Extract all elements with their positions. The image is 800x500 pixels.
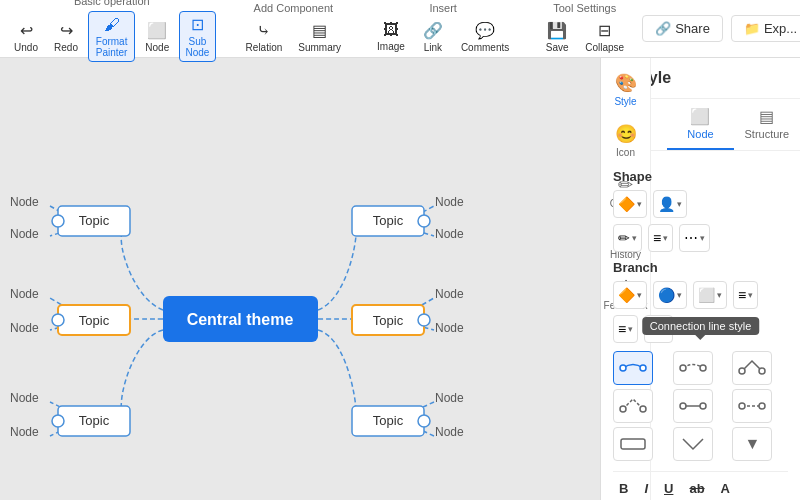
branch-list-icon: ≡ [738,287,746,303]
branch-dashed-btn[interactable]: ≡ ▾ [613,315,638,343]
comments-icon: 💬 [475,21,495,40]
basic-operation-buttons: ↩ Undo ↪ Redo 🖌 Format Painter ⬜ Node ⊡ … [8,11,216,62]
svg-point-26 [680,365,686,371]
branch-list-btn[interactable]: ≡ ▾ [733,281,758,309]
svg-point-33 [700,403,706,409]
underline-button[interactable]: U [658,478,679,499]
branch-dashed-icon: ≡ [618,321,626,337]
relation-button[interactable]: ⤷ Relation [240,18,289,56]
shape-row-1: 🔶 ▾ 👤 ▾ [613,190,788,218]
person-icon: 👤 [658,196,675,212]
format-painter-icon: 🖌 [104,16,120,34]
branch-row-1: 🔶 ▾ 🔵 ▾ ⬜ ▾ ≡ ▾ [613,281,788,309]
tool-settings-buttons: 💾 Save ⊟ Collapse [539,18,630,56]
link-button[interactable]: 🔗 Link [415,18,451,56]
branch-rect-btn[interactable]: ⬜ ▾ [693,281,727,309]
svg-point-30 [620,406,626,412]
svg-point-31 [640,406,646,412]
conn-btn-4[interactable] [613,389,653,423]
conn-btn-8[interactable] [673,427,713,461]
svg-text:Topic: Topic [79,313,110,328]
fill-icon: 🔶 [618,196,635,212]
conn-btn-7[interactable] [613,427,653,461]
share-button[interactable]: 🔗 Share [642,15,723,42]
connection-tooltip: Connection line style [642,317,760,335]
add-component-section: Add Component ⤷ Relation ▤ Summary [240,2,348,56]
save-button[interactable]: 💾 Save [539,18,575,56]
conn-btn-5[interactable] [673,389,713,423]
bold-button[interactable]: B [613,478,634,499]
shape-pen-btn[interactable]: ✏ ▾ [613,224,642,252]
svg-text:Node: Node [435,287,464,301]
insert-label: Insert [429,2,457,14]
central-text: Central theme [187,311,294,328]
conn-btn-3[interactable] [732,351,772,385]
conn-line-tl [121,226,163,310]
conn-btn-2[interactable] [673,351,713,385]
conn-btn-6[interactable] [732,389,772,423]
add-component-buttons: ⤷ Relation ▤ Summary [240,18,348,56]
svg-text:Node: Node [435,227,464,241]
svg-text:Topic: Topic [373,313,404,328]
branch-color-arrow: ▾ [677,290,682,300]
link-icon: 🔗 [423,21,443,40]
shape-person-btn[interactable]: 👤 ▾ [653,190,687,218]
shape-dots-btn[interactable]: ⋯ ▾ [679,224,710,252]
svg-text:Node: Node [10,195,39,209]
collapse-icon: ⊟ [598,21,611,40]
redo-icon: ↪ [60,21,73,40]
svg-rect-36 [621,439,645,449]
svg-text:Node: Node [10,287,39,301]
branch-fill-btn[interactable]: 🔶 ▾ [613,281,647,309]
collapse-button[interactable]: ⊟ Collapse [579,18,630,56]
conn-btn-arrow[interactable]: ▼ [732,427,772,461]
format-painter-button[interactable]: 🖌 Format Painter [88,11,135,62]
svg-text:Topic: Topic [79,413,110,428]
dots-arrow: ▾ [700,233,705,243]
shape-section-title: Shape [613,169,788,184]
svg-point-34 [739,403,745,409]
svg-text:Node: Node [435,195,464,209]
pen-icon: ✏ [618,230,630,246]
svg-point-0 [52,215,64,227]
svg-point-32 [680,403,686,409]
branch-color-btn[interactable]: 🔵 ▾ [653,281,687,309]
style-panel: » Style 👕 Theme ⬜ Node ▤ Structure 🎨 [600,58,800,500]
svg-point-29 [759,368,765,374]
pen-arrow: ▾ [632,233,637,243]
branch-rect-arrow: ▾ [717,290,722,300]
strikethrough-button[interactable]: ab [683,478,710,499]
node-icon: ⬜ [147,21,167,40]
toolbar: Basic operation ↩ Undo ↪ Redo 🖌 Format P… [0,0,800,58]
tab-node[interactable]: ⬜ Node [667,99,733,150]
share-icon: 🔗 [655,21,671,36]
conn-line-br [318,330,356,420]
comments-button[interactable]: 💬 Comments [455,18,515,56]
summary-button[interactable]: ▤ Summary [292,18,347,56]
italic-button[interactable]: I [638,478,654,499]
lines-icon: ≡ [653,230,661,246]
folder-icon: 📁 [744,21,760,36]
svg-point-28 [739,368,745,374]
conn-line-tr [318,226,356,310]
font-color-button[interactable]: A [715,478,736,499]
sub-node-button[interactable]: ⊡ Sub Node [179,11,215,62]
shape-fill-btn[interactable]: 🔶 ▾ [613,190,647,218]
branch-fill-arrow: ▾ [637,290,642,300]
image-button[interactable]: 🖼 Image [371,18,411,56]
branch-list-arrow: ▾ [748,290,753,300]
node-button[interactable]: ⬜ Node [139,11,175,62]
panel-bottom-bar: B I U ab A [613,471,788,500]
svg-text:Node: Node [435,321,464,335]
explore-button[interactable]: 📁 Exp... [731,15,800,42]
svg-point-2 [52,314,64,326]
conn-btn-1[interactable] [613,351,653,385]
svg-point-24 [620,365,626,371]
canvas-area[interactable]: .conn-line { stroke: #4a90d9; stroke-wid… [0,58,800,500]
tool-settings-label: Tool Settings [553,2,616,14]
tab-structure[interactable]: ▤ Structure [734,99,800,150]
redo-button[interactable]: ↪ Redo [48,11,84,62]
svg-text:Node: Node [10,425,39,439]
shape-lines-btn[interactable]: ≡ ▾ [648,224,673,252]
undo-button[interactable]: ↩ Undo [8,11,44,62]
